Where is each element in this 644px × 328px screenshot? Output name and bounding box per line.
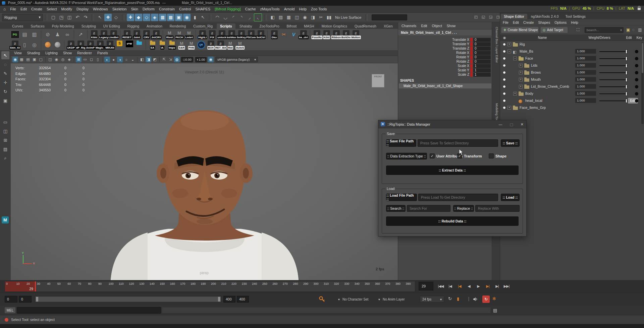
plugin-icon[interactable]: ◍ bbox=[174, 57, 180, 62]
weight-field[interactable]: 1.000 bbox=[575, 63, 596, 68]
scale-tool[interactable]: ▣ bbox=[1, 96, 9, 105]
joint-xray-icon[interactable]: ◩ bbox=[152, 57, 158, 62]
ao-icon[interactable]: ◑ bbox=[117, 57, 123, 62]
command-input[interactable] bbox=[17, 307, 161, 314]
character-model[interactable] bbox=[97, 82, 312, 280]
shelf-item-skin-io[interactable]: ƨSkin_IO bbox=[10, 40, 20, 50]
channel-box-menu-edit[interactable]: Edit bbox=[421, 24, 427, 28]
channel-value-field[interactable]: 0 bbox=[473, 42, 491, 46]
shape-editor-menu-edit[interactable]: Edit bbox=[513, 20, 519, 24]
tree-row-face-items-grp[interactable]: +Face_Items_Grp bbox=[500, 104, 644, 111]
save-scene-icon[interactable]: ◫ bbox=[66, 14, 73, 21]
shape-editor-menu-options[interactable]: Options bbox=[554, 20, 567, 24]
shelf-item-s[interactable]: S bbox=[115, 40, 124, 50]
menu-constrain[interactable]: Constrain bbox=[159, 7, 175, 11]
shelf-tab-scripts[interactable]: Scripts bbox=[217, 23, 235, 29]
shelf-tab-animation[interactable]: Animation bbox=[143, 23, 166, 29]
trash-icon[interactable]: ▥ bbox=[638, 27, 642, 32]
snap-viewplane-icon[interactable]: ▦ bbox=[159, 14, 166, 21]
weight-field[interactable]: 1.000 bbox=[575, 70, 596, 75]
shelf-item-mikan[interactable]: ƨMIKAN bbox=[105, 40, 115, 50]
channel-box-menu-channels[interactable]: Channels bbox=[401, 24, 416, 28]
viewport-menu-lighting[interactable]: Lighting bbox=[45, 51, 58, 55]
use-lights-icon[interactable]: ◈ bbox=[66, 57, 72, 62]
tree-row-lid-brow-cheek-comb[interactable]: +Lid_Brow_Cheek_Comb1.000 bbox=[500, 83, 644, 90]
tree-row-rig[interactable]: +Rig bbox=[500, 41, 644, 48]
checkbox-box[interactable]: ✓ bbox=[430, 153, 435, 158]
anim-start-field[interactable]: 0 bbox=[5, 296, 17, 303]
channel-value-field[interactable]: 1 bbox=[473, 68, 491, 72]
shelf-item-hjnt[interactable]: ƨHJnt bbox=[322, 29, 331, 39]
shelf-item-highli[interactable]: ƨHighLi bbox=[198, 29, 207, 39]
weight-slider[interactable] bbox=[599, 101, 628, 101]
shelf-item-setkey[interactable]: ƨSetKey bbox=[236, 29, 246, 39]
curve-2-icon[interactable]: ◝ bbox=[238, 14, 245, 21]
motion-blur-icon[interactable]: ○ bbox=[123, 57, 129, 62]
load-file-path-input[interactable]: Press Load To Get Directory bbox=[418, 194, 498, 201]
channel-value-field[interactable]: 1 bbox=[473, 73, 491, 77]
shelf-item-magic[interactable]: ƨMagic_ bbox=[95, 40, 105, 50]
menu-modify[interactable]: Modify bbox=[61, 7, 72, 11]
weight-slider[interactable] bbox=[599, 58, 628, 59]
shelf-item-ukdp[interactable]: ƨUKDP bbox=[66, 40, 76, 50]
quick-select-input[interactable] bbox=[372, 14, 407, 20]
visibility-dot[interactable] bbox=[503, 64, 506, 67]
range-slider[interactable] bbox=[35, 296, 221, 303]
menu-file[interactable]: File bbox=[10, 7, 16, 11]
render-3-icon[interactable]: ▦ bbox=[285, 14, 292, 21]
menu-control[interactable]: Control bbox=[179, 7, 191, 11]
fps-dropdown[interactable]: 24 fps▾ bbox=[420, 296, 444, 303]
menu-create[interactable]: Create bbox=[31, 7, 42, 11]
menu-set-dropdown[interactable]: Rigging ▾ bbox=[2, 14, 43, 21]
move-tool[interactable]: ✛ bbox=[1, 78, 9, 86]
shape-node-name[interactable]: Male_Rt_Orbit_Insec_ctl_1_Ctrl_Shape bbox=[399, 83, 491, 88]
render-globe-icon[interactable]: ◉ bbox=[301, 14, 309, 21]
shelf-item-kibb[interactable]: ƨKibb bbox=[89, 29, 99, 39]
menu-arnold[interactable]: Arnold bbox=[284, 7, 295, 11]
step-back-key-button[interactable]: |◀ bbox=[455, 282, 464, 290]
snap-point-icon[interactable]: ◇ bbox=[143, 14, 150, 21]
save-file-path-input[interactable]: Press Save To Select Directory bbox=[418, 139, 498, 147]
rebuild-data-button[interactable]: :: Rebuild Data :: bbox=[386, 216, 519, 226]
tree-row-male-bs[interactable]: −◧Male_Bs1.000 bbox=[500, 48, 644, 55]
maximize-button[interactable]: ▢ bbox=[509, 122, 513, 127]
render-1-icon[interactable]: ◧ bbox=[269, 14, 276, 21]
shelf-item-orange-sphere-icon[interactable] bbox=[43, 40, 53, 50]
wireframe-icon[interactable]: ◫ bbox=[47, 57, 53, 62]
shelf-item-lmbrt[interactable]: MLmbrt bbox=[184, 29, 194, 39]
shelf-tab-quadremesh[interactable]: QuadRemesh bbox=[351, 23, 380, 29]
key-dot[interactable] bbox=[635, 71, 638, 74]
shelf-item-qr[interactable]: QR bbox=[196, 40, 206, 50]
cached-playback-toggle[interactable]: ↻ bbox=[482, 296, 490, 303]
shape-editor-menu-file[interactable]: File bbox=[503, 20, 508, 24]
anim-end-field[interactable]: 400 bbox=[237, 296, 249, 303]
shelf-item-slider-icon[interactable]: ▯ bbox=[20, 40, 30, 50]
shelf-tab-poly-modeling[interactable]: Poly Modeling bbox=[49, 23, 77, 29]
weight-slider[interactable] bbox=[599, 86, 628, 87]
shelf-tab-bifrost[interactable]: Bifrost bbox=[283, 23, 300, 29]
channel-box-menu-object[interactable]: Object bbox=[432, 24, 442, 28]
shelf-item-ret-ba[interactable]: ƨRET_BA bbox=[216, 40, 225, 50]
shelf-item-fix[interactable]: ƨFIX bbox=[207, 29, 217, 39]
shape-search-field[interactable]: Search...▾ bbox=[585, 27, 624, 33]
speaker-icon[interactable] bbox=[473, 297, 478, 302]
select-hierarchy-icon[interactable]: ❖ bbox=[104, 14, 112, 21]
open-scene-icon[interactable]: ◳ bbox=[58, 14, 65, 21]
dialog-titlebar[interactable]: R ::RigTopia:: Data Manager — ▢ ✕ bbox=[378, 120, 526, 128]
anim-layer-dropdown[interactable]: ▾No Anim Layer bbox=[378, 296, 405, 302]
shelf-item-fkch[interactable]: MFKCH bbox=[174, 29, 184, 39]
channel-box-menu-show[interactable]: Show bbox=[447, 24, 455, 28]
shelf-tab-motion-graphics[interactable]: Motion Graphics bbox=[318, 23, 351, 29]
highlight-selection-icon[interactable]: ↖ bbox=[199, 14, 207, 21]
shape-editor-menu-help[interactable]: Help bbox=[571, 20, 578, 24]
pick-frame-icon[interactable]: ⛶ bbox=[577, 27, 579, 32]
key-dot[interactable] bbox=[635, 92, 638, 95]
visibility-dot[interactable] bbox=[503, 57, 506, 60]
timeline-ruler[interactable]: 0102030405060708090100110120130140150160… bbox=[5, 281, 415, 292]
load-file-path-button[interactable]: :: Load File Path :: bbox=[386, 194, 417, 201]
shelf-item-sphere-icon[interactable]: ◎ bbox=[30, 40, 39, 50]
script-editor-icon[interactable]: ▤ bbox=[493, 308, 497, 313]
shelf-tab-zootoolspro[interactable]: ZooToolsPro bbox=[256, 23, 283, 29]
key-dot[interactable] bbox=[635, 64, 638, 67]
ring-icon[interactable]: ◌ bbox=[632, 27, 635, 32]
